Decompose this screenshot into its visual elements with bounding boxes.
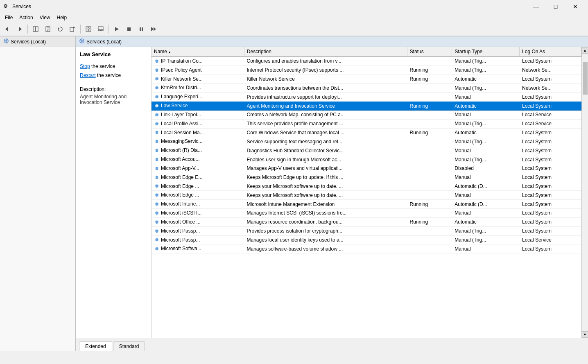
- maximize-button[interactable]: □: [546, 0, 565, 13]
- table-row[interactable]: Microsoft Office ...Manages resource coo…: [152, 217, 581, 226]
- cell-name: Microsoft Passp...: [152, 226, 244, 235]
- cell-description: Internet Protocol security (IPsec) suppo…: [244, 66, 407, 75]
- forward-button[interactable]: [14, 23, 25, 35]
- table-row[interactable]: IPsec Policy AgentInternet Protocol secu…: [152, 66, 581, 75]
- stop-text: the service: [91, 63, 115, 69]
- table-row[interactable]: Link-Layer Topol...Creates a Network Map…: [152, 110, 581, 119]
- properties-button[interactable]: [42, 23, 54, 35]
- cell-startup: Manual: [452, 173, 520, 182]
- cell-name: Microsoft Passp...: [152, 235, 244, 244]
- cell-status: Running: [407, 75, 452, 84]
- table-row[interactable]: Killer Network Se...Killer Network Servi…: [152, 75, 581, 84]
- menu-action[interactable]: Action: [16, 14, 36, 21]
- table-row[interactable]: Local Profile Assi...This service provid…: [152, 119, 581, 128]
- cell-startup: Manual: [452, 110, 520, 119]
- table-row[interactable]: KtmRm for Distri...Coordinates transacti…: [152, 84, 581, 93]
- cell-startup: Manual (Trig...: [452, 119, 520, 128]
- service-icon: [154, 219, 160, 225]
- title-bar: ⚙ Services — □ ✕: [0, 0, 588, 13]
- cell-name: Law Service: [152, 102, 244, 111]
- cell-startup: Manual: [452, 146, 520, 155]
- tab-standard[interactable]: Standard: [113, 341, 145, 351]
- cell-status: Running: [407, 217, 452, 226]
- cell-status: [407, 209, 452, 218]
- cell-startup: Manual (Trig...: [452, 137, 520, 146]
- table-row[interactable]: Microsoft App-V...Manages App-V users an…: [152, 164, 581, 173]
- back-button[interactable]: [2, 23, 13, 35]
- col-header-startup[interactable]: Startup Type: [452, 47, 520, 57]
- console-tree-button[interactable]: [30, 23, 41, 35]
- refresh-button[interactable]: [54, 23, 66, 35]
- cell-name: Microsoft App-V...: [152, 164, 244, 173]
- scroll-down-button[interactable]: ▼: [582, 331, 588, 338]
- cell-startup: Manual (Trig...: [452, 57, 520, 66]
- table-row[interactable]: Law ServiceAgent Monitoring and Invocati…: [152, 102, 581, 111]
- resume-service-button[interactable]: [148, 23, 159, 35]
- service-icon: [154, 183, 160, 189]
- help-button[interactable]: ?: [83, 23, 94, 35]
- cell-logon: Local System: [520, 137, 581, 146]
- export-button[interactable]: [67, 23, 78, 35]
- stop-service-button[interactable]: [123, 23, 135, 35]
- table-row[interactable]: Language Experi...Provides infrastructur…: [152, 93, 581, 102]
- table-row[interactable]: MessagingServic...Service supporting tex…: [152, 137, 581, 146]
- table-row[interactable]: Microsoft Intune...Microsoft Intune Mana…: [152, 200, 581, 209]
- cell-logon: Local System: [520, 244, 581, 253]
- table-row[interactable]: Microsoft Passp...Manages local user ide…: [152, 235, 581, 244]
- menu-view[interactable]: View: [36, 14, 54, 21]
- table-row[interactable]: Microsoft Accou...Enables user sign-in t…: [152, 155, 581, 164]
- tab-extended[interactable]: Extended: [79, 341, 112, 351]
- table-row[interactable]: Microsoft (R) Dia...Diagnostics Hub Stan…: [152, 146, 581, 155]
- pause-service-button[interactable]: [136, 23, 147, 35]
- cell-description: This service provides profile management…: [244, 119, 407, 128]
- stop-link[interactable]: Stop: [80, 63, 90, 69]
- cell-logon: Local System: [520, 209, 581, 218]
- service-icon: [154, 228, 160, 234]
- table-row[interactable]: IP Translation Co...Configures and enabl…: [152, 57, 581, 66]
- table-row[interactable]: Microsoft Edge ...Keeps your Microsoft s…: [152, 191, 581, 200]
- cell-startup: Automatic (D...: [452, 200, 520, 209]
- cell-description: Provides process isolation for cryptogra…: [244, 226, 407, 235]
- col-header-desc[interactable]: Description: [244, 47, 407, 57]
- start-service-button[interactable]: [111, 23, 122, 35]
- sidebar-header[interactable]: Services (Local): [0, 36, 75, 47]
- table-row[interactable]: Microsoft Softwa...Manages software-base…: [152, 244, 581, 253]
- cell-startup: Automatic: [452, 217, 520, 226]
- scroll-track[interactable]: [582, 54, 588, 331]
- cell-startup: Automatic: [452, 102, 520, 111]
- svg-point-24: [5, 40, 7, 42]
- cell-logon: Local System: [520, 75, 581, 84]
- cell-status: [407, 155, 452, 164]
- scroll-up-button[interactable]: ▲: [582, 47, 588, 54]
- cell-status: [407, 110, 452, 119]
- service-icon: [154, 103, 160, 109]
- table-row[interactable]: Microsoft iSCSI I...Manages Internet SCS…: [152, 209, 581, 218]
- menu-help[interactable]: Help: [54, 14, 70, 21]
- cell-status: [407, 146, 452, 155]
- restart-link[interactable]: Restart: [80, 72, 96, 78]
- svg-marker-8: [58, 27, 60, 29]
- table-row[interactable]: Microsoft Passp...Provides process isola…: [152, 226, 581, 235]
- scroll-thumb[interactable]: [583, 62, 588, 95]
- cell-description: Microsoft Intune Management Extension: [244, 200, 407, 209]
- cell-description: Manages App-V users and virtual applicat…: [244, 164, 407, 173]
- menu-file[interactable]: File: [2, 14, 16, 21]
- col-header-status[interactable]: Status: [407, 47, 452, 57]
- cell-name: Link-Layer Topol...: [152, 110, 244, 119]
- svg-text:?: ?: [87, 27, 90, 32]
- table-row[interactable]: Local Session Ma...Core Windows Service …: [152, 128, 581, 137]
- computer-mgmt-button[interactable]: [95, 23, 106, 35]
- cell-status: [407, 173, 452, 182]
- right-scrollbar[interactable]: ▲ ▼: [581, 47, 588, 338]
- col-header-logon[interactable]: Log On As: [520, 47, 581, 57]
- col-header-name[interactable]: Name: [152, 47, 244, 57]
- cell-name: Microsoft Edge ...: [152, 191, 244, 200]
- table-scroll[interactable]: IP Translation Co...Configures and enabl…: [152, 57, 581, 338]
- cell-description: Service supporting text messaging and re…: [244, 137, 407, 146]
- cell-logon: Local System: [520, 164, 581, 173]
- table-row[interactable]: Microsoft Edge E...Keeps Microsoft Edge …: [152, 173, 581, 182]
- close-button[interactable]: ✕: [566, 0, 585, 13]
- toolbar-sep-3: [109, 25, 109, 34]
- minimize-button[interactable]: —: [527, 0, 545, 13]
- table-row[interactable]: Microsoft Edge ...Keeps your Microsoft s…: [152, 182, 581, 191]
